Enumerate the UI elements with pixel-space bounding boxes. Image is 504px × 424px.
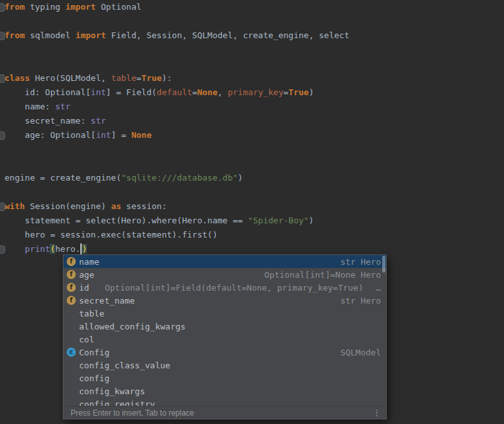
- code-line[interactable]: from typing import Optional: [0, 0, 504, 14]
- field-icon: f: [67, 296, 76, 305]
- code-token: default: [157, 87, 192, 97]
- completion-item[interactable]: cConfigSQLModel: [63, 346, 386, 359]
- code-token: ): [309, 87, 314, 97]
- field-icon: f: [67, 283, 76, 292]
- code-token: print: [25, 244, 50, 254]
- code-token: hero: [55, 244, 75, 254]
- code-token: import: [65, 2, 96, 12]
- code-line[interactable]: name: str: [0, 100, 504, 114]
- completion-item[interactable]: table: [63, 307, 386, 320]
- completion-item-label: col: [79, 335, 94, 344]
- code-token: Hero(SQLModel,: [30, 73, 111, 83]
- code-token: int: [96, 130, 111, 140]
- completion-list[interactable]: fnamestr HerofageOptional[int]=None Hero…: [63, 255, 386, 406]
- code-token: with: [5, 201, 25, 211]
- completion-item[interactable]: col: [63, 333, 386, 346]
- code-token: from: [5, 2, 25, 12]
- completion-item-label: Config: [79, 348, 109, 357]
- code-line[interactable]: age: Optional[int] = None: [0, 128, 504, 142]
- code-line[interactable]: with Session(engine) as session:: [0, 199, 504, 214]
- code-token: import: [76, 30, 106, 40]
- completion-item-label: table: [79, 309, 104, 318]
- icon-placeholder: [67, 322, 76, 331]
- completion-item-label: secret_name: [79, 296, 135, 306]
- completion-item[interactable]: fidOptional[int]=Field(default=None, pri…: [63, 281, 386, 294]
- completion-item-label: id: [79, 283, 89, 293]
- code-token: Session(engine): [25, 201, 111, 211]
- code-line[interactable]: id: Optional[int] = Field(default=None, …: [0, 85, 504, 100]
- completion-item-type: str Hero: [334, 296, 381, 306]
- code-token: str: [91, 116, 106, 126]
- completion-item-label: allowed_config_kwargs: [79, 322, 185, 331]
- scrollbar-thumb[interactable]: [382, 256, 385, 273]
- code-token: .: [76, 244, 81, 254]
- gutter-icon[interactable]: [0, 203, 5, 211]
- code-token: name:: [5, 102, 55, 111]
- code-line[interactable]: [0, 185, 504, 199]
- code-line[interactable]: engine = create_engine("sqlite:///databa…: [0, 171, 504, 185]
- code-token: "Spider-Boy": [248, 216, 309, 225]
- code-token: None: [197, 87, 217, 97]
- completion-item[interactable]: fageOptional[int]=None Hero: [63, 268, 386, 281]
- code-lines-container: from typing import Optionalfrom sqlmodel…: [0, 0, 504, 256]
- code-token: ): [82, 244, 87, 254]
- completion-item[interactable]: fsecret_namestr Hero: [63, 294, 386, 307]
- code-line[interactable]: [0, 157, 504, 171]
- field-icon: f: [67, 270, 76, 279]
- code-token: sqlmodel: [25, 30, 75, 40]
- completion-hint-bar: Press Enter to insert, Tab to replace ⋮: [63, 406, 386, 419]
- code-line[interactable]: statement = select(Hero).where(Hero.name…: [0, 214, 504, 228]
- code-line[interactable]: [0, 14, 504, 28]
- completion-item-type: str Hero: [334, 257, 381, 267]
- code-line[interactable]: hero = session.exec(statement).first(): [0, 228, 504, 242]
- code-token: from: [5, 30, 25, 40]
- code-token: as: [111, 201, 121, 211]
- code-line[interactable]: [0, 43, 504, 57]
- field-icon: f: [67, 257, 76, 266]
- completion-item[interactable]: allowed_config_kwargs: [63, 320, 386, 333]
- code-token: typing: [25, 2, 65, 12]
- code-token: class: [5, 73, 30, 83]
- code-token: statement = select(Hero).where(Hero.name…: [5, 216, 248, 225]
- icon-placeholder: [67, 309, 76, 318]
- completion-popup: fnamestr HerofageOptional[int]=None Hero…: [63, 254, 387, 419]
- code-token: True: [141, 73, 161, 83]
- more-options-icon[interactable]: ⋮: [372, 408, 381, 417]
- gutter-icon[interactable]: [0, 74, 5, 83]
- code-line[interactable]: class Hero(SQLModel, table=True):: [0, 71, 504, 85]
- code-line[interactable]: secret_name: str: [0, 114, 504, 128]
- code-token: ):: [162, 73, 172, 83]
- code-token: ,: [218, 87, 228, 97]
- code-token: session:: [121, 201, 166, 211]
- completion-item[interactable]: config_class_value: [63, 359, 386, 372]
- completion-item-type: SQLModel: [334, 348, 381, 357]
- gutter-icon[interactable]: [0, 245, 5, 254]
- code-token: [5, 244, 25, 254]
- completion-item[interactable]: fnamestr Hero: [63, 255, 386, 268]
- code-token: Field, Session, SQLModel, create_engine,…: [106, 30, 350, 40]
- gutter-icon[interactable]: [0, 131, 5, 140]
- completion-item-signature: Optional[int]=Field(default=None, primar…: [105, 283, 363, 293]
- code-token: ] =: [111, 130, 131, 140]
- completion-item-label: config: [79, 374, 109, 383]
- completion-item-type: …: [369, 283, 381, 293]
- code-token: int: [91, 87, 106, 97]
- code-line[interactable]: [0, 57, 504, 71]
- code-token: ): [238, 173, 243, 183]
- code-line[interactable]: [0, 142, 504, 157]
- gutter-icon[interactable]: [0, 32, 5, 40]
- code-token: ] = Field(: [106, 87, 157, 97]
- gutter-icon[interactable]: [0, 3, 5, 12]
- completion-item[interactable]: config_kwargs: [63, 385, 386, 397]
- code-token: "sqlite:///database.db": [121, 173, 238, 183]
- code-token: hero = session.exec(statement).first(): [5, 230, 218, 240]
- icon-placeholder: [67, 335, 76, 344]
- code-token: True: [288, 87, 308, 97]
- completion-item-label: name: [79, 257, 99, 267]
- completion-item-label: age: [79, 270, 94, 280]
- completion-item[interactable]: config: [63, 372, 386, 385]
- code-line[interactable]: from sqlmodel import Field, Session, SQL…: [0, 28, 504, 43]
- completion-item[interactable]: config_registry: [63, 397, 386, 406]
- code-token: primary_key: [227, 87, 283, 97]
- completion-item-label: config_class_value: [79, 361, 170, 370]
